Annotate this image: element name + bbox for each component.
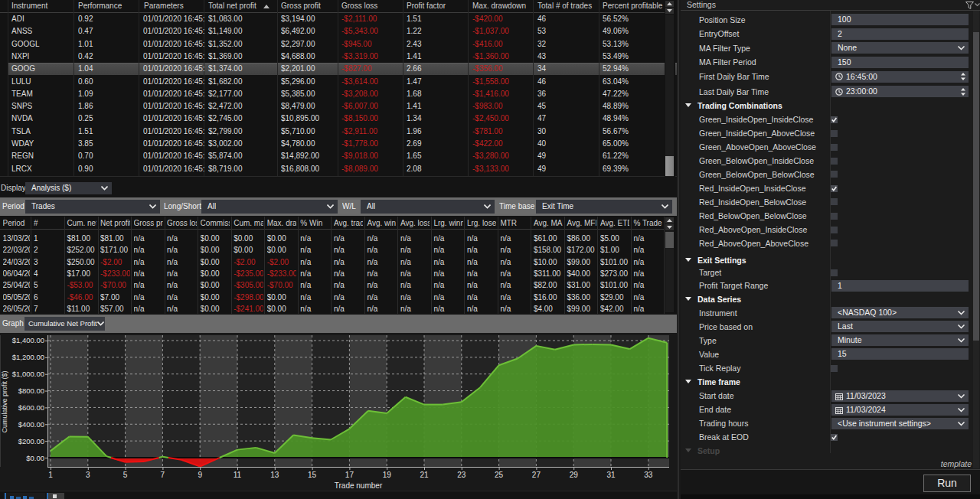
svg-text:Trade number: Trade number	[335, 481, 383, 490]
svg-text:$200.00: $200.00	[18, 437, 44, 445]
svg-text:1: 1	[48, 471, 53, 479]
svg-text:7: 7	[161, 471, 165, 479]
svg-text:$400.00: $400.00	[18, 420, 44, 429]
svg-text:Cumulative profit ($): Cumulative profit ($)	[1, 370, 8, 432]
svg-text:11: 11	[234, 471, 242, 479]
svg-text:15: 15	[308, 471, 317, 479]
svg-text:$1,400.00: $1,400.00	[12, 336, 44, 344]
svg-text:$800.00: $800.00	[18, 386, 44, 395]
svg-text:23: 23	[457, 471, 466, 479]
svg-text:$600.00: $600.00	[18, 403, 44, 412]
svg-text:3: 3	[86, 471, 90, 479]
svg-text:17: 17	[345, 471, 354, 479]
svg-text:9: 9	[198, 471, 202, 479]
svg-text:5: 5	[123, 471, 128, 479]
svg-text:$1,000.00: $1,000.00	[12, 370, 44, 378]
svg-text:$0.00: $0.00	[26, 454, 44, 462]
svg-text:$1,200.00: $1,200.00	[12, 353, 44, 361]
svg-text:19: 19	[383, 471, 392, 479]
svg-text:33: 33	[644, 471, 653, 479]
svg-text:25: 25	[495, 471, 504, 479]
svg-text:13: 13	[270, 471, 279, 479]
svg-text:29: 29	[570, 471, 579, 479]
svg-text:27: 27	[532, 471, 541, 479]
svg-text:21: 21	[420, 471, 429, 479]
svg-text:31: 31	[606, 471, 616, 479]
